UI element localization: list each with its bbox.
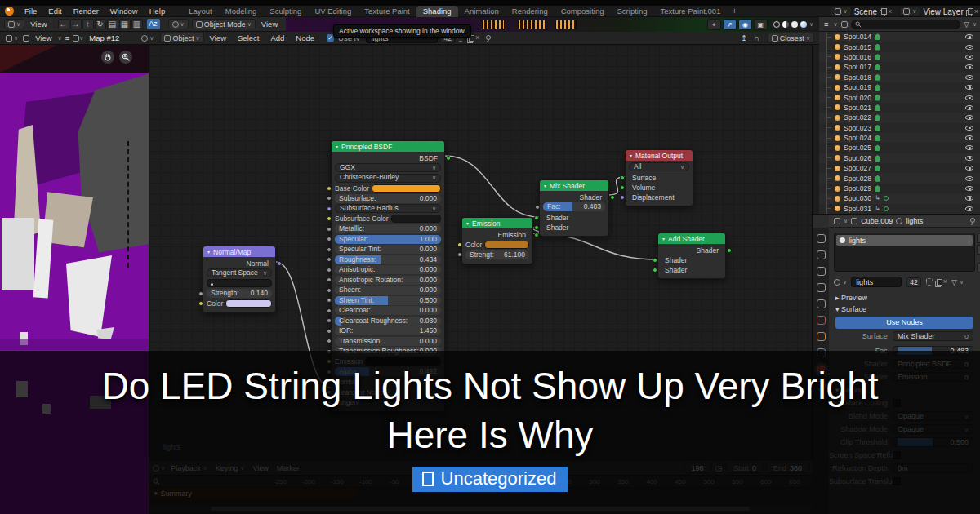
collapse-icon[interactable]: ▾ (336, 144, 338, 149)
properties-tab-object[interactable] (817, 332, 826, 341)
new-folder-icon[interactable]: ▤ (107, 19, 118, 29)
properties-editor-icon[interactable] (834, 218, 840, 224)
principled-header[interactable]: ▾Principled BSDF (332, 141, 444, 152)
gizmo-icon[interactable]: ↗ (723, 19, 737, 30)
node-param[interactable]: Tangent Space∨ (207, 268, 272, 277)
view-menu[interactable]: View (24, 19, 52, 30)
shader-editor-type-button[interactable]: ∨ (138, 33, 157, 43)
node-param[interactable]: Color (207, 299, 272, 308)
node-param[interactable]: Sheen Tint:0.500 (335, 296, 441, 305)
node-mix-shader[interactable]: ▾Mix ShaderShaderFac:0.483ShaderShader (539, 179, 609, 237)
color-swatch[interactable] (372, 184, 441, 193)
node-param[interactable] (207, 279, 272, 288)
color-swatch[interactable] (225, 299, 272, 308)
normal-map-header[interactable]: ▾Normal/Map (203, 246, 275, 257)
outliner-row[interactable]: Spot.021 (819, 103, 980, 113)
node-param[interactable]: Subsurface Radius∨ (335, 204, 441, 213)
add-workspace-button[interactable]: + (727, 7, 742, 16)
node-param[interactable]: Roughness:0.434 (335, 255, 441, 264)
material-output-header[interactable]: ▾Material Output (626, 150, 693, 161)
collapse-icon[interactable]: ▾ (662, 236, 665, 241)
node-param[interactable]: GGX∨ (335, 163, 441, 172)
browse-material-icon[interactable] (834, 279, 840, 286)
visibility-eye-icon[interactable] (965, 166, 973, 171)
outliner-row[interactable]: Spot.017 (819, 62, 980, 72)
snap-mode-selector[interactable]: Closest ∨ (768, 33, 814, 43)
visibility-eye-icon[interactable] (965, 156, 973, 161)
collapse-icon[interactable]: ▾ (544, 183, 546, 188)
param-socket[interactable] (327, 216, 332, 221)
node-param[interactable]: Clearcoat Roughness:0.030 (335, 317, 441, 326)
visibility-eye-icon[interactable] (965, 55, 973, 60)
node-param[interactable]: Subsurface:0.000 (335, 194, 441, 203)
outliner-row[interactable]: Spot.029 (819, 184, 980, 193)
param-value[interactable]: Metallic:0.000 (335, 224, 441, 233)
tab-scripting[interactable]: Scripting (611, 6, 654, 17)
list-view-icon[interactable]: ▦ (119, 19, 131, 29)
param-socket[interactable] (327, 318, 332, 323)
properties-tab-scene[interactable] (817, 299, 826, 308)
outliner-filter-menu[interactable]: ≡ (822, 19, 831, 30)
outliner[interactable]: Spot.014Spot.015Spot.016Spot.017Spot.018… (819, 32, 980, 214)
param-dropdown[interactable]: GGX∨ (335, 163, 441, 172)
properties-tab-tool[interactable] (817, 234, 826, 243)
tab-uv-editing[interactable]: UV Editing (308, 6, 358, 17)
image-well[interactable] (207, 279, 272, 287)
use-nodes-button[interactable]: Use Nodes (835, 317, 973, 329)
node-param[interactable]: Base Color (335, 184, 441, 193)
surface-panel-header[interactable]: ▾ Surface (829, 304, 980, 315)
node-param[interactable]: Christensen-Burley∨ (335, 174, 441, 183)
param-socket[interactable] (535, 205, 540, 210)
node-param[interactable]: Fac:0.483 (543, 202, 605, 211)
outliner-row[interactable]: Spot.016 (819, 52, 980, 62)
collapse-icon[interactable]: ▾ (207, 249, 210, 255)
node-normal-map[interactable]: ▾Normal/MapNormalTangent Space∨Strength:… (203, 246, 276, 313)
outliner-row[interactable]: Spot.026 (819, 153, 980, 163)
visibility-eye-icon[interactable] (965, 115, 973, 120)
param-slider[interactable]: Clearcoat Roughness:0.030 (335, 317, 441, 326)
param-socket[interactable] (327, 227, 332, 232)
visibility-eye-icon[interactable] (965, 176, 973, 181)
node-link[interactable] (445, 156, 539, 217)
param-socket[interactable] (327, 268, 332, 273)
node-add-shader[interactable]: ▾Add ShaderShaderShaderShader (657, 233, 726, 279)
node-param[interactable]: Anisotropic Rotation:0.000 (335, 276, 441, 285)
outliner-display-icon[interactable] (841, 21, 848, 28)
material-users-count[interactable]: 42 (906, 277, 920, 287)
param-socket[interactable] (327, 186, 332, 191)
outliner-row[interactable]: Spot.022 (819, 113, 980, 122)
up-icon[interactable]: ↑ (82, 19, 94, 29)
param-value[interactable]: Anisotropic:0.000 (335, 265, 441, 274)
output-socket[interactable] (277, 261, 282, 266)
funnel-icon[interactable]: ▽ (964, 20, 969, 29)
properties-tab-view-layer[interactable] (817, 283, 826, 292)
category-badge[interactable]: Uncategorized (412, 467, 568, 492)
visibility-eye-icon[interactable] (965, 196, 973, 201)
param-value[interactable]: Sheen:0.000 (335, 286, 441, 295)
tab-modeling[interactable]: Modeling (219, 6, 264, 17)
param-slider[interactable]: Roughness:0.434 (335, 255, 441, 264)
node-emission[interactable]: ▾EmissionEmissionColorStrengt:61.100 (461, 217, 533, 264)
scene-name[interactable]: Scene (854, 7, 877, 16)
overlays-icon[interactable]: ◉ (738, 19, 752, 30)
menu-help[interactable]: Help (144, 6, 172, 17)
rendered-shading-icon[interactable] (800, 21, 807, 28)
tab-compositing[interactable]: Compositing (555, 6, 611, 17)
node-param[interactable]: IOR:1.450 (335, 326, 441, 335)
scene-selector[interactable]: ∨ (831, 7, 852, 16)
visibility-eye-icon[interactable] (965, 186, 973, 191)
forward-icon[interactable]: → (70, 19, 82, 29)
param-slider[interactable]: Sheen Tint:0.500 (335, 296, 441, 305)
param-dropdown[interactable]: All∨ (629, 162, 689, 171)
insert-keyframe-icon[interactable]: ↥ (739, 33, 749, 44)
sort-alpha-button[interactable]: Az (147, 19, 160, 29)
outliner-row[interactable]: Spot.015 (819, 42, 980, 51)
param-socket[interactable] (327, 237, 332, 241)
tab-animation[interactable]: Animation (458, 6, 506, 17)
material-slot-row[interactable]: lights (836, 235, 973, 246)
param-value[interactable]: Strengt:61.100 (466, 250, 529, 259)
wireframe-shading-icon[interactable] (773, 21, 780, 28)
output-socket[interactable] (610, 195, 615, 200)
input-socket[interactable] (620, 195, 625, 200)
output-socket[interactable] (534, 233, 539, 237)
